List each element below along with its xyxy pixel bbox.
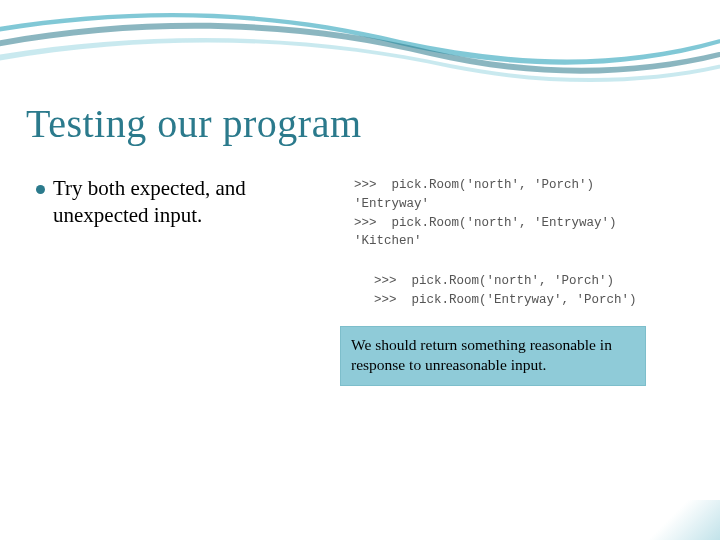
decorative-swoosh (0, 0, 720, 100)
bullet-text: Try both expected, and unexpected input. (53, 175, 336, 230)
code-example-unexpected: >>> pick.Room('north', 'Porch') >>> pick… (368, 268, 700, 314)
slide: Testing our program Try both expected, a… (0, 0, 720, 540)
body-left: Try both expected, and unexpected input. (36, 175, 336, 230)
code-example-expected: >>> pick.Room('north', 'Porch') 'Entrywa… (348, 172, 698, 255)
bullet-item: Try both expected, and unexpected input. (36, 175, 336, 230)
slide-title: Testing our program (26, 100, 362, 147)
corner-accent (600, 500, 720, 540)
bullet-dot-icon (36, 185, 45, 194)
callout-box: We should return something reasonable in… (340, 326, 646, 386)
